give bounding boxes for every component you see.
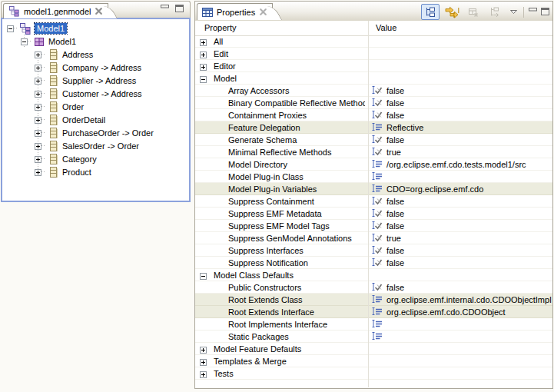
property-row-suppress-containment[interactable]: Suppress Containmentfalse (195, 195, 552, 208)
value-cell[interactable]: /org.eclipse.emf.cdo.tests.model1/src (369, 158, 552, 170)
tree-item-address[interactable]: Address (2, 48, 189, 61)
category-row-all[interactable]: All (195, 35, 552, 48)
property-row-model-directory[interactable]: Model Directory/org.eclipse.emf.cdo.test… (195, 158, 552, 171)
tree-item-customer-address[interactable]: Customer -> Address (2, 87, 189, 100)
value-cell[interactable]: false (369, 244, 552, 256)
tree-item-model1[interactable]: Model1 (2, 35, 189, 48)
category-row-templates-merge[interactable]: Templates & Merge (195, 355, 552, 367)
value-cell[interactable]: false (369, 134, 552, 145)
collapse-icon[interactable] (21, 38, 28, 45)
tree-item-order[interactable]: Order (2, 100, 189, 113)
tree-item-category[interactable]: Category (2, 152, 189, 165)
property-row-static-packages[interactable]: Static Packages (195, 331, 552, 343)
show-categories-button[interactable] (421, 4, 440, 20)
property-row-model-plug-in-class[interactable]: Model Plug-in Class (195, 171, 552, 183)
tree-connector (41, 54, 46, 55)
collapse-icon[interactable] (7, 25, 14, 32)
expand-icon[interactable] (35, 116, 41, 123)
property-row-suppress-genmodel-annotations[interactable]: Suppress GenModel Annotationstrue (195, 232, 552, 244)
tree-item-salesorder-order[interactable]: SalesOrder -> Order (2, 139, 189, 152)
expand-icon[interactable] (35, 142, 41, 149)
value-cell[interactable]: org.eclipse.emf.internal.cdo.CDOObjectIm… (369, 294, 552, 305)
expand-icon[interactable] (35, 155, 41, 162)
close-icon[interactable] (95, 7, 103, 15)
value-cell[interactable]: false (369, 109, 552, 121)
property-row-root-extends-interface[interactable]: Root Extends Interfaceorg.eclipse.emf.cd… (195, 306, 552, 318)
tree-item-purchaseorder-order[interactable]: PurchaseOrder -> Order (2, 126, 189, 139)
category-row-editor[interactable]: Editor (195, 60, 552, 72)
collapse-icon[interactable] (200, 271, 207, 278)
value-cell[interactable] (369, 331, 552, 342)
property-row-public-constructors[interactable]: Public Constructorsfalse (195, 281, 552, 294)
value-cell[interactable]: false (369, 208, 552, 219)
column-divider[interactable] (368, 21, 369, 387)
expand-icon[interactable] (200, 357, 207, 364)
bool-value-icon (371, 233, 383, 244)
value-cell[interactable]: false (369, 257, 552, 268)
expand-icon[interactable] (35, 64, 41, 71)
property-row-root-extends-class[interactable]: Root Extends Classorg.eclipse.emf.intern… (195, 294, 552, 306)
property-row-containment-proxies[interactable]: Containment Proxiesfalse (195, 109, 552, 121)
property-label: Model Plug-in Variables (228, 184, 365, 194)
property-row-array-accessors[interactable]: Array Accessorsfalse (195, 85, 552, 97)
view-menu-icon (509, 9, 518, 15)
value-cell[interactable] (369, 318, 552, 330)
expand-icon[interactable] (35, 103, 41, 110)
property-row-model-plug-in-variables[interactable]: Model Plug-in VariablesCDO=org.eclipse.e… (195, 183, 552, 195)
minimize-button[interactable] (528, 8, 537, 16)
category-row-model-class-defaults[interactable]: Model Class Defaults (195, 269, 552, 281)
value-cell[interactable]: Reflective (369, 121, 552, 133)
tab-model1-genmodel[interactable]: model1.genmodel (3, 3, 108, 18)
column-header-property: Property (204, 23, 237, 32)
property-row-suppress-emf-metadata[interactable]: Suppress EMF Metadatafalse (195, 208, 552, 220)
tree-item-supplier-address[interactable]: Supplier -> Address (2, 74, 189, 87)
value-cell[interactable]: false (369, 195, 552, 207)
expand-icon[interactable] (200, 370, 207, 377)
expand-icon[interactable] (200, 38, 207, 45)
property-row-suppress-interfaces[interactable]: Suppress Interfacesfalse (195, 244, 552, 257)
property-row-minimal-reflective-methods[interactable]: Minimal Reflective Methodstrue (195, 146, 552, 158)
tree-item-orderdetail[interactable]: OrderDetail (2, 113, 189, 126)
maximize-button[interactable] (174, 5, 184, 13)
property-row-generate-schema[interactable]: Generate Schemafalse (195, 134, 552, 146)
tree-item-company-address[interactable]: Company -> Address (2, 61, 189, 74)
expand-icon[interactable] (35, 51, 41, 58)
value-cell[interactable]: false (369, 281, 552, 293)
value-cell[interactable]: org.eclipse.emf.cdo.CDOObject (369, 306, 552, 317)
property-row-suppress-emf-model-tags[interactable]: Suppress EMF Model Tagsfalse (195, 220, 552, 232)
minimize-button[interactable] (160, 5, 169, 13)
value-cell[interactable]: true (369, 232, 552, 244)
value-cell[interactable]: false (369, 220, 552, 231)
expand-icon[interactable] (200, 345, 207, 352)
expand-icon[interactable] (35, 129, 41, 136)
value-cell[interactable]: true (369, 146, 552, 158)
category-row-tests[interactable]: Tests (195, 367, 552, 380)
value-text: true (386, 147, 401, 158)
category-row-model[interactable]: Model (195, 72, 552, 85)
property-row-feature-delegation[interactable]: Feature DelegationReflective (195, 121, 552, 134)
value-cell[interactable]: CDO=org.eclipse.emf.cdo (369, 183, 552, 194)
expand-icon[interactable] (35, 90, 41, 97)
value-cell[interactable]: false (369, 97, 552, 108)
value-text: true (386, 233, 401, 244)
property-row-root-implements-interface[interactable]: Root Implements Interface (195, 318, 552, 331)
maximize-button[interactable] (540, 8, 549, 16)
tree-item-model1[interactable]: Model1 (2, 22, 189, 35)
value-cell[interactable] (369, 171, 552, 182)
expand-icon[interactable] (200, 62, 207, 69)
category-row-model-feature-defaults[interactable]: Model Feature Defaults (195, 343, 552, 355)
property-row-binary-compatible-reflective-methods[interactable]: Binary Compatible Reflective Methodsfals… (195, 97, 552, 109)
show-advanced-properties-button[interactable] (443, 4, 461, 20)
tab-properties[interactable]: Properties (197, 3, 273, 20)
close-icon[interactable] (259, 8, 267, 16)
expand-icon[interactable] (35, 168, 41, 175)
collapse-icon[interactable] (200, 75, 207, 81)
expand-icon[interactable] (35, 77, 41, 84)
category-row-edit[interactable]: Edit (195, 48, 552, 60)
eclipse-workbench: model1.genmodel Model1Model1AddressCompa… (0, 0, 554, 392)
expand-icon[interactable] (200, 50, 207, 57)
property-row-suppress-notification[interactable]: Suppress Notificationfalse (195, 257, 552, 269)
tree-item-product[interactable]: Product (2, 165, 189, 178)
view-menu-button[interactable] (507, 4, 519, 20)
value-cell[interactable]: false (369, 85, 552, 96)
